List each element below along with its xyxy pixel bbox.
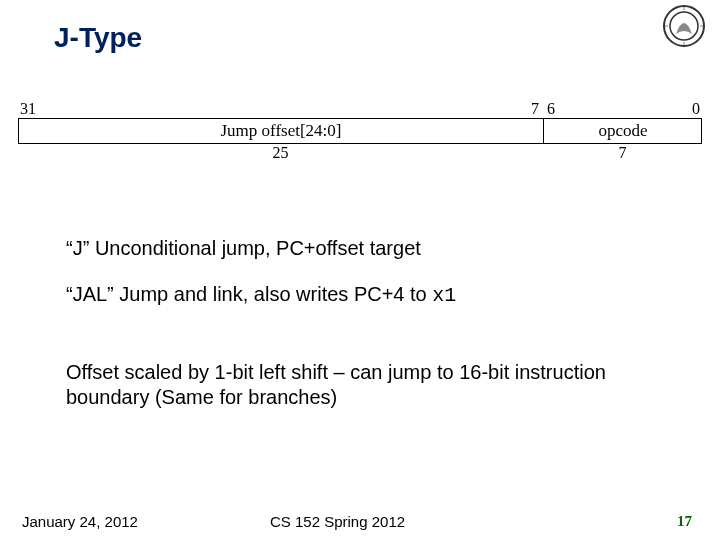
text-jal-register: x1 bbox=[432, 284, 456, 307]
footer-page-number: 17 bbox=[677, 513, 692, 530]
bit-index-row: 31 7 6 0 bbox=[18, 100, 702, 118]
bit-label-6: 6 bbox=[543, 100, 555, 118]
field-opcode: opcode bbox=[544, 119, 702, 143]
text-jal-description: “JAL” Jump and link, also writes PC+4 to… bbox=[66, 282, 456, 308]
width-opcode: 7 bbox=[543, 144, 702, 162]
field-jump-offset: Jump offset[24:0] bbox=[19, 119, 544, 143]
text-offset-note: Offset scaled by 1‑bit left shift – can … bbox=[66, 360, 646, 410]
bit-label-31: 31 bbox=[18, 100, 531, 118]
slide-title: J-Type bbox=[54, 22, 142, 54]
width-jump-offset: 25 bbox=[18, 144, 543, 162]
instruction-format-diagram: 31 7 6 0 Jump offset[24:0] opcode 25 7 bbox=[18, 100, 702, 162]
text-j-description: “J” Unconditional jump, PC+offset target bbox=[66, 236, 421, 261]
seal-icon bbox=[662, 4, 706, 48]
field-width-row: 25 7 bbox=[18, 144, 702, 162]
slide: J-Type 31 7 6 0 Jump offset bbox=[0, 0, 720, 540]
footer-date: January 24, 2012 bbox=[22, 513, 138, 530]
text-jal-prefix: “JAL” Jump and link, also writes PC+4 to bbox=[66, 283, 432, 305]
bit-label-0: 0 bbox=[555, 100, 702, 118]
bit-label-7: 7 bbox=[531, 100, 543, 118]
footer-course: CS 152 Spring 2012 bbox=[270, 513, 405, 530]
field-boxes: Jump offset[24:0] opcode bbox=[18, 118, 702, 144]
